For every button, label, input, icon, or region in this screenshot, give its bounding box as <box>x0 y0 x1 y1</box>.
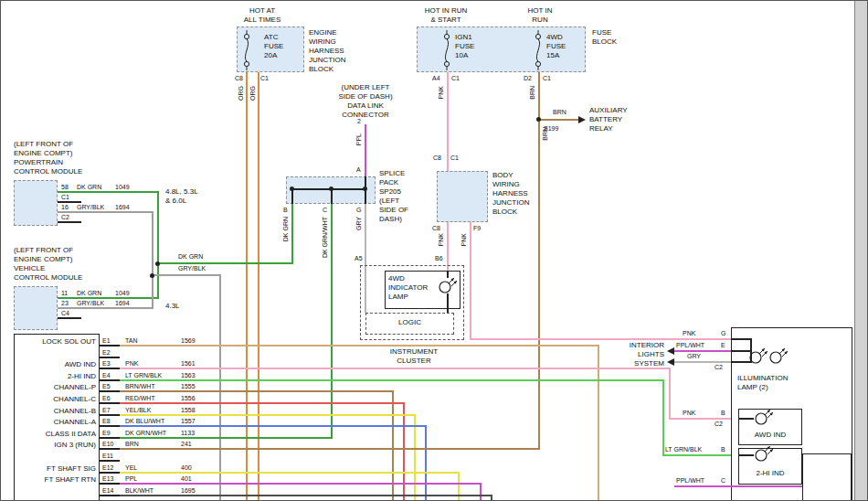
fwd-indicator-lamp-label: 4WD INDICATOR LAMP <box>388 274 428 302</box>
wire-redwht-e6-v <box>403 402 405 501</box>
pin-c1: C1 <box>451 75 460 83</box>
row-label: LOCK SOL OUT <box>16 337 96 346</box>
row-label: FT SHAFT SIG <box>16 464 96 474</box>
wire-brnwht-e5 <box>120 390 394 392</box>
body-junction-box <box>437 171 488 222</box>
awd-ind-label: AWD IND <box>738 431 802 440</box>
pin-stub <box>100 345 120 346</box>
row-label: CHANNEL-B <box>16 407 96 416</box>
lamp-stub <box>447 293 449 313</box>
pin-stub <box>100 448 120 450</box>
wire-yel-e12 <box>120 472 460 474</box>
arrow-left-icon <box>667 347 674 355</box>
wire-dkgrn-pcm <box>58 191 158 193</box>
illum-stub <box>732 338 751 340</box>
wire-pnk-lamp <box>447 222 449 271</box>
pin-stub <box>100 390 120 392</box>
row-label: CHANNEL-P <box>16 383 96 392</box>
wire-ppl-e13-v <box>480 483 482 501</box>
atc-fuse-label: ATC FUSE 20A <box>264 33 283 60</box>
junction-dot <box>155 261 160 266</box>
wire-label-dkgrn-trunk: DK GRN <box>178 253 203 261</box>
conn-c2: C2 <box>715 421 723 429</box>
hi2-ind-label: 2-HI IND <box>738 469 802 478</box>
wire-label-org-1: ORG <box>238 86 244 101</box>
wire-label-gry: GRY <box>355 217 362 230</box>
wire-pnk-illum-h <box>470 338 732 340</box>
vcm-engines-label: 4.3L <box>165 302 180 311</box>
conn-c2: C2 <box>715 364 723 372</box>
window-edge-strip <box>854 1 868 501</box>
pin-stub <box>100 495 120 496</box>
hot-run-label: HOT IN RUN <box>520 6 560 25</box>
pin-a4: A4 <box>432 75 440 83</box>
wire-brn-relay-branch <box>538 119 580 121</box>
inner-right-box <box>802 453 852 501</box>
conn-stub <box>58 201 81 203</box>
row-label: CLASS II DATA <box>16 430 96 439</box>
arrow-right-icon <box>578 116 586 123</box>
splice-dot <box>329 187 333 191</box>
splice-pin-b: B <box>283 207 288 215</box>
dlc-pin-2: 2 <box>357 118 361 126</box>
row-label: FT SHAFT RTN <box>16 475 96 485</box>
wire-label-brn: BRN <box>529 86 535 100</box>
pin-f9-bot: F9 <box>473 225 481 233</box>
hot-all-times-label: HOT AT ALL TIMES <box>235 6 290 25</box>
wire-label-pnk-right: PNK <box>460 233 467 246</box>
wire-label-pnk-b: PNK <box>683 410 695 418</box>
logic-label: LOGIC <box>365 318 454 327</box>
data-link-connector-label: (UNDER LEFT SIDE OF DASH) DATA LINK CONN… <box>336 83 395 120</box>
wire-label-gry: GRY <box>687 353 701 361</box>
wire-label-pnk: PNK <box>438 86 444 99</box>
cluster-pin-b6: B6 <box>435 255 443 263</box>
wire-pnk-illum <box>470 222 471 340</box>
wire-yelblk-e7 <box>120 414 416 416</box>
wire-dkblu-e8-v <box>425 425 427 501</box>
hi2-indicator-lamp-icon <box>754 444 776 466</box>
row-label: AWD IND <box>16 360 96 369</box>
wire-ppl-dlc <box>365 124 366 176</box>
wire-yel-e12-v <box>458 472 460 501</box>
pin-c1-top: C1 <box>450 155 459 163</box>
conn-stub <box>58 221 81 223</box>
pin-c8-top: C8 <box>433 155 441 163</box>
row-label: 2-HI IND <box>16 372 96 381</box>
wire-label-ltgrn-b: LT GRN/BLK <box>665 446 702 454</box>
instrument-cluster-label: INSTRUMENT CLUSTER <box>376 347 452 366</box>
cluster-pin-a5: A5 <box>355 255 363 263</box>
wire-label-dkgrnwht: DK GRN/WHT <box>322 217 328 258</box>
junction-dot <box>150 273 154 278</box>
wire-label-dkgrn: DK GRN <box>282 217 289 241</box>
wire-pplwht-c-h <box>674 485 802 487</box>
wire-tan-e1 <box>120 345 599 346</box>
fuse-icon <box>532 30 545 70</box>
pin-stub <box>100 460 120 462</box>
splice-pin-a: A <box>356 166 361 175</box>
splice-dot-s199 <box>536 117 541 122</box>
pin-stub <box>100 402 120 404</box>
wire-brn-ign3 <box>538 72 540 449</box>
wire-label-pplwht-c: PPL/WHT <box>676 477 704 485</box>
hot-run-start-label: HOT IN RUN & START <box>418 6 473 25</box>
wire-pnk-e3-v <box>669 368 671 420</box>
pin-d2: D2 <box>524 75 532 83</box>
wire-pnk-e3 <box>120 368 671 369</box>
wire-gryblk-trunk-h <box>152 274 221 276</box>
wire-ltgrn-e4 <box>120 379 664 381</box>
wire-ltgrn-e4-h2 <box>662 454 738 456</box>
row-label: CHANNEL-A <box>16 418 96 427</box>
splice-stub <box>365 190 366 204</box>
wire-pnk-e3-h2 <box>669 418 738 420</box>
row-label: CHANNEL-C <box>16 395 96 404</box>
aux-battery-relay-label: AUXILIARY BATTERY RELAY <box>589 106 628 133</box>
body-junction-label: BODY WIRING HARNESS JUNCTION BLOCK <box>492 171 529 217</box>
pin-c1: C1 <box>543 75 551 83</box>
illumination-lamp-icon <box>748 346 770 368</box>
pin-e: E <box>721 342 725 350</box>
fuse-icon <box>440 30 453 70</box>
wire-gryblk-trunk-v <box>152 211 153 309</box>
pin-c8-bot: C8 <box>432 225 440 233</box>
wire-label-ppl: PPL <box>355 133 362 145</box>
fuse-icon <box>240 30 253 70</box>
